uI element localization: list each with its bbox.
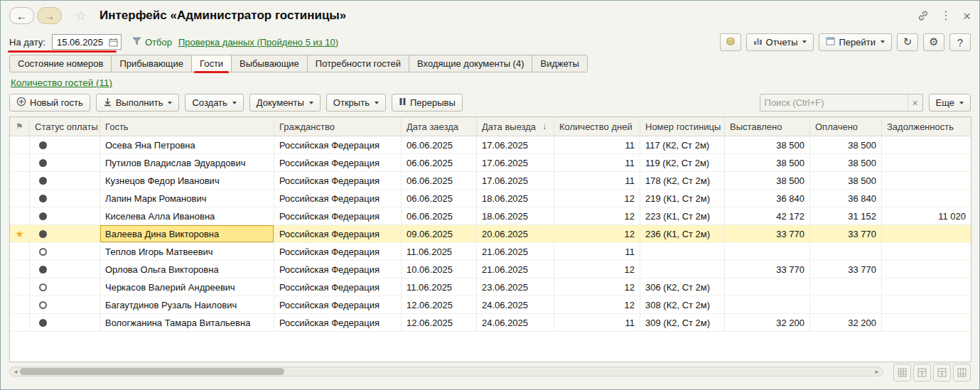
room-cell[interactable]: 178 (К2, Ст 2м) bbox=[640, 172, 725, 189]
scrollbar-thumb[interactable] bbox=[20, 368, 284, 375]
citizenship-cell[interactable]: Российская Федерация bbox=[274, 207, 402, 224]
flag-cell[interactable]: ★ bbox=[10, 278, 30, 296]
column-header-status[interactable]: Статус оплаты bbox=[30, 117, 100, 136]
flag-cell[interactable]: ★ bbox=[10, 296, 30, 313]
tab-vidzhety[interactable]: Виджеты bbox=[532, 55, 587, 72]
guest-cell[interactable]: Кузнецов Федор Иванович bbox=[100, 172, 274, 189]
room-cell[interactable]: 219 (К1, Ст 2м) bbox=[640, 190, 725, 207]
guest-cell[interactable]: Черкасов Валерий Андреевич bbox=[100, 278, 274, 296]
tab-sostoyanie-nomerov[interactable]: Состояние номеров bbox=[9, 55, 112, 72]
flag-cell[interactable]: ★ bbox=[10, 136, 30, 153]
paid-cell[interactable]: 38 500 bbox=[810, 136, 882, 153]
list-end-button[interactable] bbox=[953, 364, 971, 381]
guest-cell[interactable]: Орлова Ольга Викторовна bbox=[100, 261, 274, 278]
citizenship-cell[interactable]: Российская Федерация bbox=[274, 172, 402, 189]
paid-cell[interactable] bbox=[810, 243, 882, 260]
table-row[interactable]: ★ Орлова Ольга Викторовна Российская Фед… bbox=[10, 261, 971, 278]
refresh-button[interactable]: ↻ bbox=[897, 33, 918, 51]
billed-cell[interactable]: 33 770 bbox=[725, 225, 810, 242]
date-input[interactable] bbox=[53, 36, 107, 49]
billed-cell[interactable]: 38 500 bbox=[725, 172, 810, 189]
arrival-date-cell[interactable]: 06.06.2025 bbox=[402, 136, 477, 153]
arrival-date-cell[interactable]: 09.06.2025 bbox=[402, 225, 477, 242]
debt-cell[interactable] bbox=[882, 314, 971, 331]
currency-button[interactable] bbox=[720, 33, 741, 51]
arrival-date-cell[interactable]: 06.06.2025 bbox=[402, 207, 477, 224]
documents-button[interactable]: Документы bbox=[249, 94, 321, 112]
payment-status-cell[interactable] bbox=[30, 261, 100, 278]
help-button[interactable]: ? bbox=[949, 33, 971, 51]
column-header-days[interactable]: Количество дней bbox=[554, 117, 640, 136]
billed-cell[interactable]: 36 840 bbox=[725, 190, 810, 207]
reports-button[interactable]: Отчеты bbox=[746, 33, 814, 51]
column-header-arrival[interactable]: Дата заезда bbox=[402, 117, 477, 136]
payment-status-cell[interactable] bbox=[30, 172, 100, 189]
debt-cell[interactable] bbox=[882, 172, 971, 189]
table-row[interactable]: ★ Киселева Алла Ивановна Российская Феде… bbox=[10, 207, 971, 225]
payment-status-cell[interactable] bbox=[30, 278, 100, 296]
horizontal-scrollbar[interactable]: ◂ ▸ bbox=[9, 367, 883, 377]
tab-gosti[interactable]: Гости bbox=[191, 55, 232, 72]
departure-date-cell[interactable]: 24.06.2025 bbox=[477, 296, 554, 313]
paid-cell[interactable]: 31 152 bbox=[810, 207, 882, 224]
days-cell[interactable]: 12 bbox=[554, 225, 640, 242]
table-row[interactable]: ★ Вологжанина Тамара Витальевна Российск… bbox=[10, 314, 971, 332]
arrival-date-cell[interactable]: 06.06.2025 bbox=[402, 190, 477, 207]
forward-button[interactable]: → bbox=[37, 7, 62, 24]
departure-date-cell[interactable]: 23.06.2025 bbox=[477, 278, 554, 296]
billed-cell[interactable]: 32 200 bbox=[725, 314, 810, 331]
guest-cell[interactable]: Вологжанина Тамара Витальевна bbox=[100, 314, 274, 331]
payment-status-cell[interactable] bbox=[30, 314, 100, 331]
arrival-date-cell[interactable]: 06.06.2025 bbox=[402, 154, 477, 171]
guest-cell[interactable]: Осева Яна Петровна bbox=[100, 136, 274, 153]
departure-date-cell[interactable]: 24.06.2025 bbox=[477, 314, 554, 331]
flag-cell[interactable]: ★ bbox=[10, 261, 30, 278]
billed-cell[interactable] bbox=[725, 296, 810, 313]
debt-cell[interactable] bbox=[882, 136, 971, 153]
arrival-date-cell[interactable]: 11.06.2025 bbox=[402, 243, 477, 260]
payment-status-cell[interactable] bbox=[30, 154, 100, 171]
citizenship-cell[interactable]: Российская Федерация bbox=[274, 278, 402, 296]
departure-date-cell[interactable]: 21.06.2025 bbox=[477, 243, 554, 260]
scroll-left-icon[interactable]: ◂ bbox=[11, 367, 20, 376]
payment-status-cell[interactable] bbox=[30, 190, 100, 207]
guest-cell[interactable]: Путилов Владислав Эдуардович bbox=[100, 154, 274, 171]
guest-cell[interactable]: Лапин Марк Романович bbox=[100, 190, 274, 207]
citizenship-cell[interactable]: Российская Федерация bbox=[274, 190, 402, 207]
guest-count-link[interactable]: Количество гостей (11) bbox=[11, 77, 112, 88]
billed-cell[interactable] bbox=[725, 278, 810, 296]
column-header-billed[interactable]: Выставлено bbox=[725, 117, 810, 136]
list-down-button[interactable] bbox=[933, 364, 951, 381]
favorite-star-icon[interactable]: ☆ bbox=[75, 8, 87, 24]
room-cell[interactable]: 308 (К2, Ст 2м) bbox=[640, 296, 725, 313]
payment-status-cell[interactable] bbox=[30, 207, 100, 224]
more-button[interactable]: Еще bbox=[929, 94, 971, 112]
list-begin-button[interactable] bbox=[893, 364, 911, 381]
clear-search-icon[interactable]: × bbox=[908, 94, 922, 111]
debt-cell[interactable] bbox=[882, 243, 971, 260]
create-button[interactable]: Создать bbox=[185, 94, 243, 112]
flag-cell[interactable]: ★ bbox=[10, 190, 30, 207]
debt-cell[interactable]: 11 020 bbox=[882, 207, 971, 224]
room-cell[interactable]: 309 (К2, Ст 2м) bbox=[640, 314, 725, 331]
days-cell[interactable]: 11 bbox=[554, 136, 640, 153]
guest-cell[interactable]: Теплов Игорь Матвеевич bbox=[100, 243, 274, 260]
guest-cell[interactable]: Киселева Алла Ивановна bbox=[100, 207, 274, 224]
citizenship-cell[interactable]: Российская Федерация bbox=[274, 243, 402, 260]
tab-potrebnosti-gostey[interactable]: Потребности гостей bbox=[307, 55, 409, 72]
billed-cell[interactable]: 33 770 bbox=[725, 261, 810, 278]
billed-cell[interactable]: 42 172 bbox=[725, 207, 810, 224]
arrival-date-cell[interactable]: 06.06.2025 bbox=[402, 172, 477, 189]
arrival-date-cell[interactable]: 12.06.2025 bbox=[402, 314, 477, 331]
days-cell[interactable]: 12 bbox=[554, 261, 640, 278]
room-cell[interactable] bbox=[640, 243, 725, 260]
column-header-citizenship[interactable]: Гражданство bbox=[274, 117, 402, 136]
column-header-flag[interactable]: ⚑ bbox=[10, 117, 30, 136]
tab-pribyvayushchie[interactable]: Прибывающие bbox=[111, 55, 192, 72]
column-header-departure[interactable]: Дата выезда ↓ bbox=[477, 117, 554, 136]
breaks-button[interactable]: Перерывы bbox=[392, 94, 463, 112]
departure-date-cell[interactable]: 17.06.2025 bbox=[477, 136, 554, 153]
payment-status-cell[interactable] bbox=[30, 243, 100, 260]
debt-cell[interactable] bbox=[882, 225, 971, 242]
guest-cell[interactable]: Валеева Дина Викторовна bbox=[100, 225, 274, 242]
